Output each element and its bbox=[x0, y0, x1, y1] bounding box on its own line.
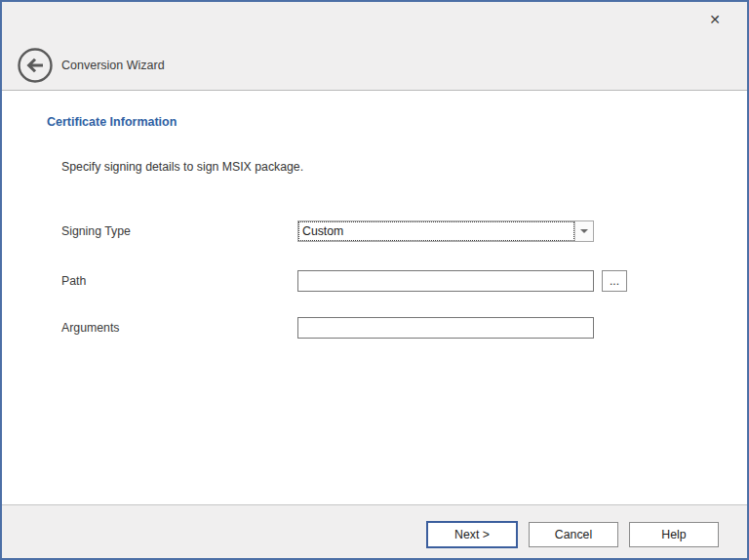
back-button[interactable] bbox=[17, 47, 54, 84]
signing-type-label: Signing Type bbox=[61, 220, 131, 242]
signing-type-combobox[interactable] bbox=[297, 220, 594, 242]
path-input[interactable] bbox=[297, 270, 594, 292]
close-button[interactable]: ✕ bbox=[704, 9, 726, 30]
close-icon: ✕ bbox=[709, 13, 721, 26]
help-button[interactable]: Help bbox=[629, 522, 719, 547]
next-button[interactable]: Next > bbox=[426, 521, 518, 548]
header-back-row: Conversion Wizard bbox=[17, 47, 165, 84]
cancel-button[interactable]: Cancel bbox=[529, 522, 618, 547]
conversion-wizard-dialog: ✕ Conversion Wizard Certificate Informat… bbox=[0, 0, 749, 560]
back-arrow-icon bbox=[17, 72, 54, 87]
arguments-input[interactable] bbox=[297, 317, 594, 339]
browse-button[interactable]: ... bbox=[602, 270, 627, 292]
path-label: Path bbox=[61, 270, 86, 292]
wizard-header: ✕ Conversion Wizard bbox=[2, 2, 747, 91]
arguments-label: Arguments bbox=[61, 317, 119, 339]
signing-type-dropdown-button[interactable] bbox=[574, 221, 593, 241]
page-description: Specify signing details to sign MSIX pac… bbox=[61, 160, 303, 174]
signing-type-input[interactable] bbox=[299, 222, 573, 240]
chevron-down-icon bbox=[580, 229, 588, 233]
wizard-page bbox=[2, 91, 747, 504]
wizard-title: Conversion Wizard bbox=[61, 59, 165, 72]
page-heading: Certificate Information bbox=[47, 115, 177, 129]
wizard-footer: Next > Cancel Help bbox=[2, 504, 747, 558]
